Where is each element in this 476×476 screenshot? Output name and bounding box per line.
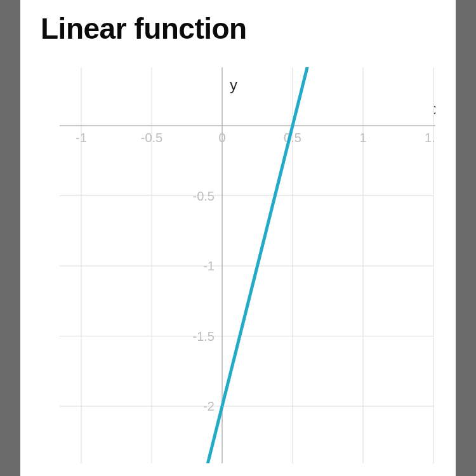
svg-text:1.5: 1.5	[425, 131, 435, 145]
svg-text:-2: -2	[203, 399, 215, 413]
svg-text:-0.5: -0.5	[193, 189, 215, 203]
svg-text:-1: -1	[76, 131, 87, 145]
svg-text:0.5: 0.5	[284, 131, 301, 145]
svg-text:1: 1	[359, 131, 366, 145]
chart-area: -1-0.500.511.5-0.5-1-1.5-2 x y	[41, 67, 435, 463]
x-axis-label: x	[433, 100, 435, 117]
page-title: Linear function	[41, 11, 247, 46]
svg-text:-1.5: -1.5	[193, 329, 215, 343]
page-card: Linear function -1-0.500.511.5-0.5-1-1.5…	[20, 0, 456, 476]
y-axis-label: y	[230, 76, 237, 93]
svg-text:-1: -1	[203, 259, 215, 273]
data-line	[81, 67, 433, 463]
svg-text:-0.5: -0.5	[141, 131, 162, 145]
chart-svg: -1-0.500.511.5-0.5-1-1.5-2 x y	[41, 67, 435, 463]
svg-text:0: 0	[218, 131, 225, 145]
